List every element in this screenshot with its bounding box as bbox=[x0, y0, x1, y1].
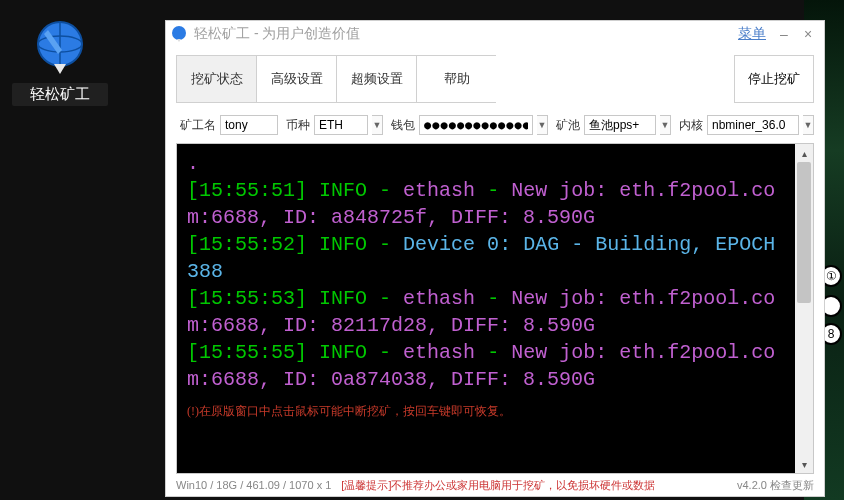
coin-label: 币种 bbox=[286, 117, 310, 134]
window-title: 轻松矿工 - 为用户创造价值 bbox=[194, 25, 360, 43]
statusbar: Win10 / 18G / 461.09 / 1070 x 1 [温馨提示]不推… bbox=[166, 474, 824, 496]
miner-label: 矿工名 bbox=[180, 117, 216, 134]
system-info: Win10 / 18G / 461.09 / 1070 x 1 bbox=[176, 479, 331, 491]
scrollbar[interactable]: ▴ ▾ bbox=[795, 144, 813, 473]
pool-dropdown-icon[interactable]: ▼ bbox=[660, 115, 671, 135]
config-row: 矿工名 币种 ▼ 钱包 ▼ 矿池 ▼ 内核 ▼ bbox=[166, 111, 824, 143]
core-select[interactable] bbox=[707, 115, 799, 135]
stop-mining-button[interactable]: 停止挖矿 bbox=[734, 55, 814, 103]
scroll-up-icon[interactable]: ▴ bbox=[795, 144, 813, 162]
scroll-thumb[interactable] bbox=[797, 162, 811, 303]
pool-label: 矿池 bbox=[556, 117, 580, 134]
desktop-shortcut-label: 轻松矿工 bbox=[12, 83, 108, 106]
desktop-shortcut[interactable]: 轻松矿工 bbox=[12, 20, 108, 106]
tab-advanced[interactable]: 高级设置 bbox=[256, 55, 336, 103]
terminal-output[interactable]: .[15:55:51] INFO - ethash - New job: eth… bbox=[177, 144, 795, 473]
wallet-label: 钱包 bbox=[391, 117, 415, 134]
status-tip: [温馨提示]不推荐办公或家用电脑用于挖矿，以免损坏硬件或数据 bbox=[341, 478, 655, 493]
toolbar: 挖矿状态 高级设置 超频设置 帮助 停止挖矿 bbox=[166, 47, 824, 111]
wallet-input[interactable] bbox=[419, 115, 533, 135]
pool-select[interactable] bbox=[584, 115, 656, 135]
titlebar-app-icon bbox=[170, 25, 188, 43]
app-icon bbox=[32, 20, 88, 76]
coin-dropdown-icon[interactable]: ▼ bbox=[372, 115, 383, 135]
menu-button[interactable]: 菜单 bbox=[732, 25, 772, 43]
svg-point-2 bbox=[172, 26, 186, 40]
version-check[interactable]: v4.2.0 检查更新 bbox=[737, 478, 814, 493]
titlebar[interactable]: 轻松矿工 - 为用户创造价值 菜单 – × bbox=[166, 21, 824, 47]
coin-select[interactable] bbox=[314, 115, 368, 135]
tab-mining-status[interactable]: 挖矿状态 bbox=[176, 55, 256, 103]
scroll-track[interactable] bbox=[795, 162, 813, 455]
miner-name-input[interactable] bbox=[220, 115, 278, 135]
minimize-button[interactable]: – bbox=[772, 26, 796, 42]
app-window: 轻松矿工 - 为用户创造价值 菜单 – × 挖矿状态 高级设置 超频设置 帮助 … bbox=[165, 20, 825, 497]
wallet-dropdown-icon[interactable]: ▼ bbox=[537, 115, 548, 135]
core-label: 内核 bbox=[679, 117, 703, 134]
close-button[interactable]: × bbox=[796, 26, 820, 42]
tab-overclock[interactable]: 超频设置 bbox=[336, 55, 416, 103]
tab-help[interactable]: 帮助 bbox=[416, 55, 496, 103]
core-dropdown-icon[interactable]: ▼ bbox=[803, 115, 814, 135]
scroll-down-icon[interactable]: ▾ bbox=[795, 455, 813, 473]
terminal-container: .[15:55:51] INFO - ethash - New job: eth… bbox=[176, 143, 814, 474]
